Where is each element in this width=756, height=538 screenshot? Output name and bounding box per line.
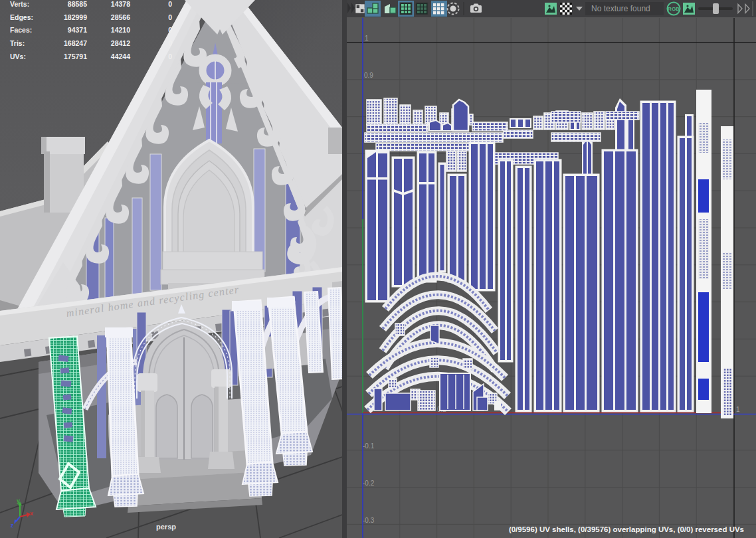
svg-text:14210: 14210 [111,26,130,34]
svg-text:persp: persp [156,523,176,531]
svg-text:(0/9596) UV shells, (0/39576): (0/9596) UV shells, (0/39576) overlappin… [509,525,744,533]
svg-text:0.9: 0.9 [364,72,373,79]
svg-text:y: y [17,497,20,504]
svg-text:0: 0 [168,26,172,34]
svg-text:x: x [30,510,33,517]
svg-text:94371: 94371 [68,26,87,34]
svg-text:88585: 88585 [68,0,87,8]
svg-text:RGB: RGB [668,6,680,12]
svg-text:44244: 44244 [111,52,130,60]
svg-text:14378: 14378 [111,0,130,8]
svg-text:182999: 182999 [64,13,87,21]
svg-text:Faces:: Faces: [10,26,32,34]
svg-text:0: 0 [168,13,172,21]
svg-text:UVs:: UVs: [10,52,26,60]
svg-text:0: 0 [168,39,172,47]
svg-text:-0.2: -0.2 [363,480,375,487]
svg-text:28412: 28412 [111,39,130,47]
svg-text:0: 0 [168,52,172,60]
svg-text:Tris:: Tris: [10,39,25,47]
svg-text:z: z [11,522,14,529]
svg-text:1: 1 [365,35,369,42]
svg-text:Edges:: Edges: [10,13,33,21]
svg-text:0: 0 [168,0,172,8]
svg-text:No texture found: No texture found [591,4,650,13]
svg-text:168247: 168247 [64,39,87,47]
svg-text:1: 1 [736,406,740,413]
svg-text:-0.3: -0.3 [363,517,375,524]
svg-text:175791: 175791 [64,52,87,60]
svg-text:-0.1: -0.1 [363,442,375,450]
svg-text:28566: 28566 [111,13,130,21]
svg-text:Verts:: Verts: [10,0,29,8]
